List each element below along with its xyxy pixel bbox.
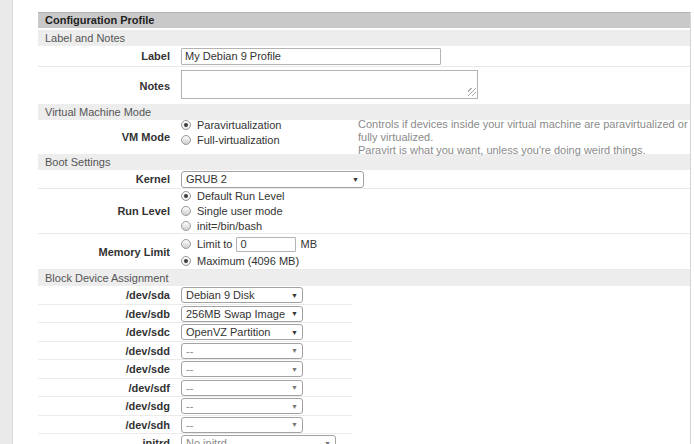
device-label: /dev/sdg (38, 400, 175, 412)
device-select-sdf[interactable]: -- ▼ (181, 380, 303, 396)
limit-to-label: Limit to (197, 238, 232, 250)
section-block-devices: Block Device Assignment (38, 270, 690, 286)
radio-label: init=/bin/bash (197, 220, 262, 232)
dropdown-arrow-icon: ▼ (291, 403, 298, 410)
device-row-sdh: /dev/sdh -- ▼ (38, 416, 690, 435)
kernel-row: Kernel GRUB 2 ▼ (38, 170, 690, 189)
notes-field-label: Notes (38, 80, 175, 92)
dropdown-arrow-icon: ▼ (291, 384, 298, 391)
radio-label: Default Run Level (197, 190, 284, 202)
label-row: Label (38, 46, 690, 67)
dropdown-arrow-icon: ▼ (291, 329, 298, 336)
device-row-sdd: /dev/sdd -- ▼ (38, 342, 690, 361)
radio-default-run-level[interactable] (181, 191, 191, 201)
section-label-and-notes: Label and Notes (38, 30, 690, 46)
run-level-row: Run Level Default Run Level Single user … (38, 189, 690, 234)
label-input[interactable] (181, 48, 441, 65)
device-label: /dev/sda (38, 289, 175, 301)
run-level-option-single-user[interactable]: Single user mode (181, 204, 690, 219)
dropdown-arrow-icon: ▼ (291, 310, 298, 317)
device-label: /dev/sdf (38, 382, 175, 394)
configuration-profile-form: Configuration Profile Label and Notes La… (38, 12, 691, 444)
radio-maximum[interactable] (181, 256, 191, 266)
memory-limit-input[interactable] (236, 237, 296, 252)
device-select-sda[interactable]: Debian 9 Disk ▼ (181, 287, 303, 303)
device-row-sda: /dev/sda Debian 9 Disk ▼ (38, 286, 690, 305)
dropdown-arrow-icon: ▼ (291, 347, 298, 354)
device-label: /dev/sdc (38, 326, 175, 338)
dropdown-arrow-icon: ▼ (291, 421, 298, 428)
radio-init-bash[interactable] (181, 221, 191, 231)
radio-limit-to[interactable] (181, 239, 191, 249)
dropdown-arrow-icon: ▼ (291, 292, 298, 299)
radio-full-virtualization[interactable] (181, 135, 191, 145)
device-row-initrd: initrd No initrd ▼ (38, 434, 690, 444)
page-title: Configuration Profile (38, 12, 690, 28)
vm-mode-row: VM Mode Paravirtualization Full-virtuali… (38, 120, 690, 154)
device-row-sde: /dev/sde -- ▼ (38, 360, 690, 379)
radio-label: Paravirtualization (197, 119, 281, 131)
device-select-initrd[interactable]: No initrd ▼ (181, 435, 336, 444)
kernel-label: Kernel (38, 173, 175, 185)
dropdown-arrow-icon: ▼ (352, 176, 359, 183)
dropdown-arrow-icon: ▼ (324, 440, 331, 444)
device-row-sdf: /dev/sdf -- ▼ (38, 379, 690, 398)
device-label: initrd (38, 437, 175, 444)
page-left-gutter (0, 0, 13, 444)
device-row-sdc: /dev/sdc OpenVZ Partition ▼ (38, 323, 690, 342)
radio-paravirtualization[interactable] (181, 120, 191, 130)
maximum-label: Maximum (4096 MB) (197, 255, 299, 267)
run-level-option-init-bash[interactable]: init=/bin/bash (181, 219, 690, 234)
memory-limit-label: Memory Limit (38, 246, 175, 258)
notes-textarea[interactable] (181, 70, 478, 99)
memory-limit-row: Memory Limit Limit to MB Maximum (4096 M… (38, 234, 690, 270)
device-select-sdb[interactable]: 256MB Swap Image ▼ (181, 306, 303, 322)
memory-limit-option-limit-to[interactable]: Limit to MB (181, 235, 690, 253)
device-select-sdc[interactable]: OpenVZ Partition ▼ (181, 324, 303, 340)
device-label: /dev/sde (38, 363, 175, 375)
notes-row: Notes (38, 67, 690, 104)
kernel-select[interactable]: GRUB 2 ▼ (181, 171, 364, 188)
vm-mode-label: VM Mode (38, 131, 175, 143)
label-field-label: Label (38, 50, 175, 62)
device-select-sde[interactable]: -- ▼ (181, 361, 303, 377)
memory-limit-option-maximum[interactable]: Maximum (4096 MB) (181, 253, 690, 268)
device-select-sdd[interactable]: -- ▼ (181, 343, 303, 359)
device-row-sdg: /dev/sdg -- ▼ (38, 397, 690, 416)
vm-mode-help-text: Controls if devices inside your virtual … (358, 117, 690, 157)
memory-unit-label: MB (300, 238, 317, 250)
device-row-sdb: /dev/sdb 256MB Swap Image ▼ (38, 305, 690, 324)
radio-label: Full-virtualization (197, 134, 280, 146)
dropdown-arrow-icon: ▼ (291, 366, 298, 373)
run-level-label: Run Level (38, 205, 175, 217)
device-select-sdg[interactable]: -- ▼ (181, 398, 303, 414)
vm-mode-option-paravirtualization[interactable]: Paravirtualization (181, 117, 358, 132)
device-select-sdh[interactable]: -- ▼ (181, 417, 303, 433)
radio-single-user-mode[interactable] (181, 206, 191, 216)
device-label: /dev/sdd (38, 345, 175, 357)
vm-mode-option-full-virtualization[interactable]: Full-virtualization (181, 132, 358, 147)
device-label: /dev/sdh (38, 419, 175, 431)
run-level-option-default[interactable]: Default Run Level (181, 189, 690, 204)
radio-label: Single user mode (197, 205, 283, 217)
device-label: /dev/sdb (38, 308, 175, 320)
